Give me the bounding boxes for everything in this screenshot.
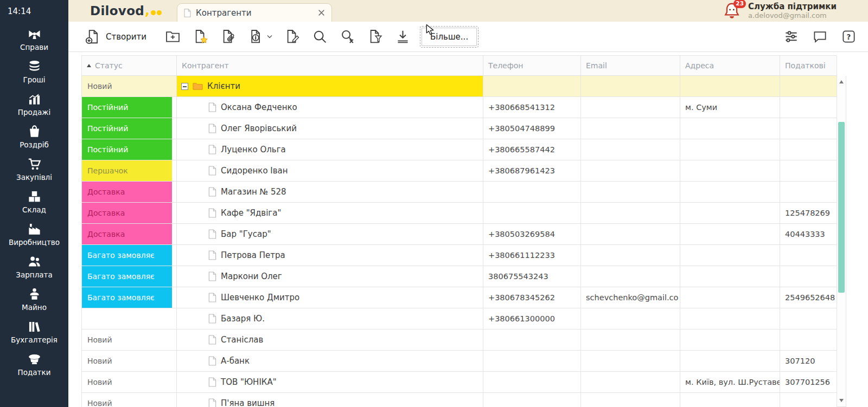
address-cell[interactable]: [680, 245, 780, 266]
phone-cell[interactable]: [483, 76, 581, 97]
contact-name-cell[interactable]: П'яна вишня: [177, 393, 483, 407]
phone-cell[interactable]: [483, 372, 581, 393]
column-header-name[interactable]: Контрагент: [177, 56, 483, 76]
status-cell[interactable]: [82, 308, 177, 330]
email-cell[interactable]: schevchenko@gmail.co: [581, 287, 680, 308]
contact-name-cell[interactable]: ТОВ "ЮНІКА": [177, 372, 483, 393]
favorite-button[interactable]: [193, 29, 208, 44]
address-cell[interactable]: [680, 160, 780, 182]
sidebar-item-zakupivli[interactable]: Закупівлі: [0, 153, 68, 185]
phone-cell[interactable]: [483, 182, 581, 203]
status-cell[interactable]: Постійний: [82, 139, 177, 160]
sidebar-item-prodazhi[interactable]: Продажі: [0, 88, 68, 120]
contact-name-cell[interactable]: Кафе "Ядвіга": [177, 203, 483, 224]
status-cell[interactable]: Багато замовляє: [82, 245, 177, 266]
status-cell[interactable]: Першачок: [82, 160, 177, 182]
tab-kontragenty[interactable]: Контрагенти: [177, 3, 332, 22]
tax-cell[interactable]: [780, 139, 837, 160]
phone-cell[interactable]: [483, 351, 581, 372]
email-cell[interactable]: [581, 76, 680, 97]
status-cell[interactable]: Постійний: [82, 97, 177, 118]
tax-cell[interactable]: [780, 330, 837, 351]
contact-name-cell[interactable]: Базаря Ю.: [177, 308, 483, 330]
tax-cell[interactable]: [780, 182, 837, 203]
address-cell[interactable]: [680, 266, 780, 287]
contact-name-cell[interactable]: Олег Яворівський: [177, 118, 483, 139]
address-cell[interactable]: м. Київ, вул. Ш.Руставел: [680, 372, 780, 393]
email-cell[interactable]: [581, 118, 680, 139]
tax-cell[interactable]: 125478269: [780, 203, 837, 224]
email-cell[interactable]: [581, 97, 680, 118]
status-cell[interactable]: Постійний: [82, 118, 177, 139]
collapse-toggle-icon[interactable]: [181, 83, 188, 90]
phone-cell[interactable]: [483, 330, 581, 351]
more-button[interactable]: Більше...: [422, 28, 477, 46]
help-button[interactable]: ?: [841, 29, 856, 44]
phone-cell[interactable]: +380503269584: [483, 224, 581, 245]
status-cell[interactable]: Доставка: [82, 224, 177, 245]
filter-button[interactable]: [367, 29, 383, 44]
status-cell[interactable]: Новий: [82, 76, 177, 97]
tax-cell[interactable]: [780, 245, 837, 266]
sidebar-item-sklad[interactable]: Склад: [0, 185, 68, 218]
address-cell[interactable]: [680, 203, 780, 224]
edit-button[interactable]: [284, 29, 300, 44]
column-header-phone[interactable]: Телефон: [483, 56, 581, 76]
address-cell[interactable]: [680, 330, 780, 351]
status-cell[interactable]: Доставка: [82, 182, 177, 203]
status-cell[interactable]: Новий: [82, 330, 177, 351]
phone-cell[interactable]: +380504748899: [483, 118, 581, 139]
email-cell[interactable]: [581, 372, 680, 393]
address-cell[interactable]: [680, 118, 780, 139]
sidebar-item-hroshi[interactable]: Гроші: [0, 55, 68, 88]
phone-cell[interactable]: [483, 393, 581, 407]
tax-cell[interactable]: 40443333: [780, 224, 837, 245]
phone-cell[interactable]: +380665587442: [483, 139, 581, 160]
address-cell[interactable]: [680, 139, 780, 160]
contact-name-cell[interactable]: Шевченко Дмитро: [177, 287, 483, 308]
email-cell[interactable]: [581, 203, 680, 224]
tax-cell[interactable]: [780, 266, 837, 287]
address-cell[interactable]: [680, 287, 780, 308]
tax-cell[interactable]: 2549652648: [780, 287, 837, 308]
email-cell[interactable]: [581, 139, 680, 160]
phone-cell[interactable]: +380668541312: [483, 97, 581, 118]
address-cell[interactable]: м. Суми: [680, 97, 780, 118]
email-cell[interactable]: [581, 182, 680, 203]
email-cell[interactable]: [581, 266, 680, 287]
email-cell[interactable]: [581, 351, 680, 372]
tax-cell[interactable]: 307120: [780, 351, 837, 372]
vertical-scrollbar[interactable]: [837, 76, 846, 407]
tax-cell[interactable]: 307701256: [780, 372, 837, 393]
export-button[interactable]: [395, 29, 411, 44]
group-name-cell[interactable]: Клієнти: [177, 76, 483, 97]
tax-cell[interactable]: [780, 118, 837, 139]
sidebar-item-rozdrib[interactable]: Роздріб: [0, 120, 68, 153]
address-cell[interactable]: [680, 76, 780, 97]
phone-cell[interactable]: +380687961423: [483, 160, 581, 182]
contact-name-cell[interactable]: Петрова Петра: [177, 245, 483, 266]
sidebar-item-maino[interactable]: Майно: [0, 283, 68, 315]
email-cell[interactable]: [581, 160, 680, 182]
column-header-tax[interactable]: Податкові: [780, 56, 837, 76]
contact-name-cell[interactable]: Станіслав: [177, 330, 483, 351]
email-cell[interactable]: [581, 330, 680, 351]
info-button[interactable]: [248, 29, 272, 44]
scroll-up-button[interactable]: [837, 77, 846, 86]
sidebar-item-vyrobnytstvo[interactable]: Виробництво: [0, 218, 68, 250]
sidebar-item-podatky[interactable]: Податки: [0, 348, 68, 380]
tax-cell[interactable]: [780, 308, 837, 330]
column-header-status[interactable]: Статус: [82, 56, 177, 76]
sidebar-item-spravy[interactable]: Справи: [0, 23, 68, 55]
sidebar-item-bukhhalteriia[interactable]: Бухгалтерія: [0, 315, 68, 348]
contact-name-cell[interactable]: А-банк: [177, 351, 483, 372]
scroll-thumb[interactable]: [838, 122, 845, 293]
email-cell[interactable]: [581, 393, 680, 407]
view-settings-button[interactable]: [784, 29, 799, 44]
scroll-down-button[interactable]: [837, 396, 846, 405]
address-cell[interactable]: [680, 182, 780, 203]
phone-cell[interactable]: 380675543243: [483, 266, 581, 287]
contact-name-cell[interactable]: Маркони Олег: [177, 266, 483, 287]
contact-name-cell[interactable]: Сидоренко Іван: [177, 160, 483, 182]
address-cell[interactable]: [680, 224, 780, 245]
